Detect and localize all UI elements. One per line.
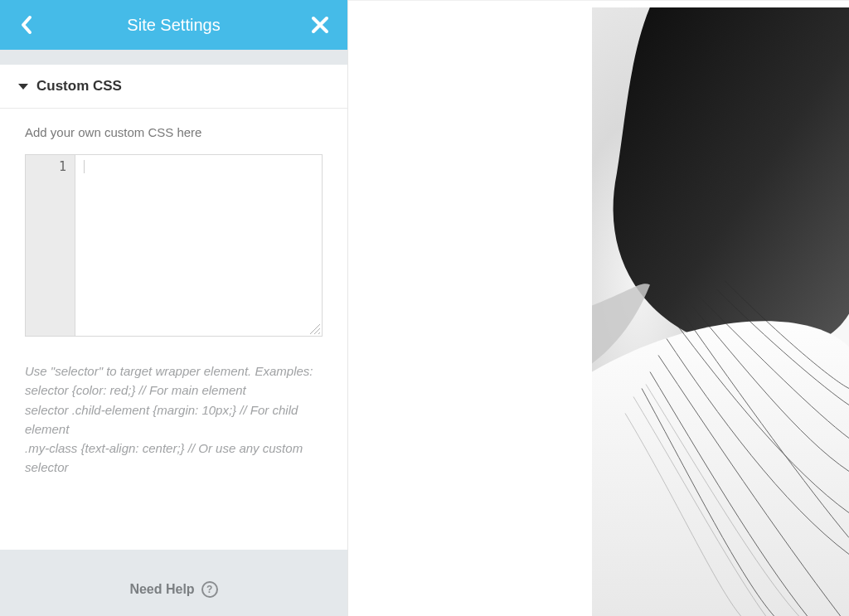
panel-footer: Need Help ?: [0, 550, 347, 616]
editor-gutter: 1: [26, 155, 75, 336]
text-caret-icon: [84, 160, 85, 173]
resize-grip-icon: [310, 324, 320, 334]
question-circle-icon: ?: [201, 581, 218, 598]
css-textarea[interactable]: [82, 158, 315, 332]
settings-sidebar: Site Settings Custom CSS Add your own cu…: [0, 0, 348, 616]
line-number: 1: [26, 159, 66, 174]
section-body: Add your own custom CSS here 1 Use "sele…: [0, 109, 347, 550]
panel-header: Site Settings: [0, 0, 347, 50]
custom-css-intro: Add your own custom CSS here: [25, 125, 323, 139]
back-button[interactable]: [17, 14, 38, 36]
css-hint-text: Use "selector" to target wrapper element…: [25, 361, 323, 478]
chevron-left-icon: [20, 14, 35, 36]
close-icon: [311, 16, 329, 34]
caret-down-icon: [18, 84, 28, 90]
preview-image: [592, 7, 849, 616]
section-header-custom-css[interactable]: Custom CSS: [0, 65, 347, 109]
need-help-link[interactable]: Need Help ?: [129, 581, 217, 598]
need-help-label: Need Help: [129, 582, 194, 597]
panel-title: Site Settings: [38, 16, 309, 35]
site-preview[interactable]: [348, 0, 849, 616]
close-button[interactable]: [309, 14, 331, 36]
section-title: Custom CSS: [36, 78, 122, 95]
editor-textarea-wrap: [75, 155, 322, 336]
app-root: Site Settings Custom CSS Add your own cu…: [0, 0, 849, 616]
header-divider: [0, 50, 347, 65]
css-editor[interactable]: 1: [25, 154, 323, 337]
resize-handle[interactable]: [310, 324, 320, 334]
